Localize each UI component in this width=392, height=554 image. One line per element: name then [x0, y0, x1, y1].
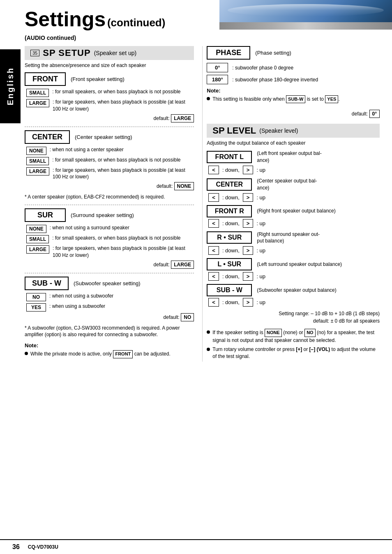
front-header: FRONT (Front speaker setting) — [25, 72, 194, 86]
sur-section: SUR (Surround speaker setting) NONE : wh… — [25, 208, 194, 269]
sur-option-large: LARGE : for large speakers, when bass pl… — [25, 245, 194, 259]
level-center: CENTER (Center speaker output bal-ance) … — [207, 178, 380, 202]
front-label: FRONT — [25, 72, 66, 86]
sur-header: SUR (Surround speaker setting) — [25, 208, 194, 222]
sur-option-small: SMALL : for small speakers, or when bass… — [25, 235, 194, 243]
center-option-small: SMALL : for small speakers, or when bass… — [25, 157, 194, 165]
divider-2 — [25, 205, 194, 205]
subw-desc: (Subwoofer speaker setting) — [74, 280, 141, 286]
subw-option-no: NO : when not using a subwoofer — [25, 293, 194, 301]
right-column: PHASE (Phase setting) 0° : subwoofer pha… — [202, 46, 380, 362]
center-option-none: NONE : when not using a center speaker — [25, 146, 194, 155]
page-footer: 36 CQ-VD7003U — [0, 539, 392, 554]
bullet-icon — [25, 352, 28, 355]
left-note: Note: While the private mode is active, … — [25, 342, 194, 358]
front-desc: (Front speaker setting) — [71, 76, 125, 82]
sur-label: SUR — [25, 208, 66, 222]
center-section: CENTER (Center speaker setting) NONE : w… — [25, 130, 194, 201]
phase-header: PHASE (Phase setting) — [207, 46, 380, 60]
center-header: CENTER (Center speaker setting) — [25, 130, 194, 144]
sur-option-none: NONE : when not using a surround speaker — [25, 224, 194, 233]
sp-setup-desc: Setting the absence/presence and size of… — [25, 62, 194, 68]
sur-default: default: LARGE — [25, 261, 194, 269]
center-desc: (Center speaker setting) — [75, 134, 132, 140]
sur-desc: (Surround speaker setting) — [71, 212, 134, 218]
subw-section: SUB - W (Subwoofer speaker setting) NO :… — [25, 277, 194, 339]
page-number: 36 — [12, 543, 20, 551]
audio-continued: (AUDIO continued) — [25, 31, 380, 46]
level-l-sur: L • SUR (Left surround speaker output ba… — [207, 258, 380, 281]
note-item-1: While the private mode is active, only F… — [25, 350, 194, 358]
front-default: default: LARGE — [25, 114, 194, 122]
phase-section: PHASE (Phase setting) 0° : subwoofer pha… — [207, 46, 380, 118]
phase-bullet-icon — [207, 97, 210, 100]
center-option-large: LARGE : for large speakers, when bass pl… — [25, 167, 194, 181]
subw-default: default: NO — [25, 313, 194, 321]
subw-star-note: * A subwoofer (option, CJ-SW3003 recomme… — [25, 325, 194, 339]
phase-subtitle: (Phase setting) — [255, 50, 291, 56]
setting-range: Setting range: – 10 dB to + 10 dB (1 dB … — [207, 310, 380, 325]
front-section: FRONT (Front speaker setting) SMALL : fo… — [25, 72, 194, 122]
level-front-r: FRONT R (Right front speaker output bala… — [207, 205, 380, 228]
bottom-note-2: Turn rotary volume controller or press [… — [207, 346, 380, 360]
bottom-bullet-2 — [207, 348, 210, 351]
header-image — [219, 0, 392, 30]
phase-note: Note: This setting is feasible only when… — [207, 88, 380, 103]
center-label: CENTER — [25, 130, 70, 144]
sp-level-desc: Adjusting the output balance of each spe… — [207, 140, 380, 146]
front-option-large: LARGE : for large speakers, when bass pl… — [25, 99, 194, 113]
divider-1 — [25, 127, 194, 127]
language-label: English — [0, 49, 21, 123]
page-header: Settings (continued) — [0, 0, 392, 31]
note-title: Note: — [25, 342, 194, 349]
front-option-small: SMALL : for small speakers, or when bass… — [25, 88, 194, 97]
left-column: 35 SP SETUP (Speaker set up) Setting the… — [25, 46, 202, 362]
content-columns: 35 SP SETUP (Speaker set up) Setting the… — [25, 46, 380, 362]
model-name: CQ-VD7003U — [28, 544, 58, 550]
center-default: default: NONE — [25, 182, 194, 190]
level-front-l: FRONT L (Left front speaker output bal-a… — [207, 150, 380, 174]
level-r-sur: R • SUR (Right surround speaker out-put … — [207, 231, 380, 255]
phase-option-180: 180° : subwoofer phase 180-degree invert… — [207, 75, 380, 84]
level-sub-w: SUB - W (Subwoofer speaker output balanc… — [207, 284, 380, 307]
phase-default: default: 0° — [207, 110, 380, 118]
bottom-bullet-1 — [207, 330, 210, 334]
subw-option-yes: YES : when using a subwoofer — [25, 303, 194, 312]
bottom-notes: If the speaker setting is NONE (none) or… — [207, 329, 380, 360]
center-star-note: * A center speaker (option, EAB-CF2 reco… — [25, 194, 194, 201]
subw-header: SUB - W (Subwoofer speaker setting) — [25, 277, 194, 290]
sp-level-section: SP LEVEL (Speaker level) Adjusting the o… — [207, 124, 380, 360]
page-title: Settings (continued) — [25, 7, 165, 31]
phase-option-0: 0° : subwoofer phase 0 degree — [207, 63, 380, 72]
sp-setup-header: 35 SP SETUP (Speaker set up) — [25, 46, 194, 60]
divider-3 — [25, 273, 194, 273]
subw-label: SUB - W — [25, 277, 69, 290]
sp-level-header: SP LEVEL (Speaker level) — [207, 124, 380, 138]
phase-title: PHASE — [207, 46, 250, 60]
bottom-note-1: If the speaker setting is NONE (none) or… — [207, 329, 380, 344]
main-content: (AUDIO continued) 35 SP SETUP (Speaker s… — [0, 31, 392, 386]
